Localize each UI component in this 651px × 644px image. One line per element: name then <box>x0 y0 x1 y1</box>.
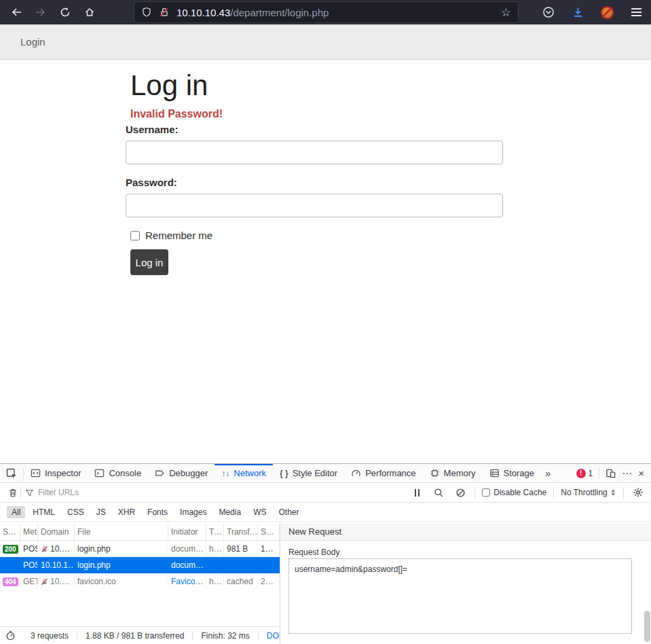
tracking-shield-icon[interactable] <box>141 7 152 18</box>
filter-xhr[interactable]: XHR <box>113 506 140 518</box>
file-cell: favicon.ico <box>75 573 168 590</box>
filter-urls-input[interactable] <box>38 488 409 497</box>
menu-button[interactable] <box>628 4 644 20</box>
url-path: /department/login.php <box>230 7 329 18</box>
funnel-icon <box>25 488 34 497</box>
domain-cell: 10.10.1… <box>38 557 75 573</box>
browser-toolbar: 10.10.10.43/department/login.php ☆ <box>0 0 651 24</box>
bookmark-star-icon[interactable]: ☆ <box>501 5 511 20</box>
more-tabs-button[interactable]: » <box>541 464 555 482</box>
insecure-lock-icon[interactable] <box>159 7 170 18</box>
tab-network[interactable]: ↑↓ Network <box>215 464 273 482</box>
downloads-button[interactable] <box>570 4 586 20</box>
network-toolbar: Disable Cache No Throttling ⇕ <box>0 483 651 503</box>
request-table-header: S… Met Domain File Initiator T… Transf… … <box>0 523 280 541</box>
filter-ws[interactable]: WS <box>248 506 271 518</box>
tab-label: Inspector <box>45 468 81 478</box>
col-size[interactable]: S… <box>258 523 280 540</box>
col-method[interactable]: Met <box>20 523 38 540</box>
col-domain[interactable]: Domain <box>38 523 75 540</box>
domcontentloaded-time[interactable]: DOMContentLoaded <box>258 631 280 641</box>
tab-debugger[interactable]: Debugger <box>148 464 215 482</box>
console-error-badge[interactable]: ! 1 <box>576 469 593 478</box>
console-icon <box>94 468 105 478</box>
memory-icon <box>430 468 440 478</box>
pocket-button[interactable] <box>540 4 557 20</box>
tab-style-editor[interactable]: { } Style Editor <box>273 464 344 482</box>
username-field[interactable] <box>126 141 503 164</box>
pause-traffic-button[interactable] <box>409 489 424 497</box>
file-cell: login.php <box>75 557 168 573</box>
col-file[interactable]: File <box>75 523 168 540</box>
remember-me-checkbox[interactable] <box>130 231 140 240</box>
block-requests-button[interactable] <box>453 488 468 498</box>
tab-memory[interactable]: Memory <box>423 464 483 482</box>
status-cell <box>0 557 20 573</box>
network-status-bar: 3 requests 1.88 KB / 981 B transferred F… <box>0 626 280 644</box>
url-host: 10.10.10.43 <box>176 7 230 18</box>
disable-cache-checkbox[interactable] <box>482 488 490 497</box>
devtools-tabstrip: Inspector Console Debugger ↑↓ Network { … <box>0 464 651 483</box>
new-request-header: New Request <box>280 523 651 541</box>
throttling-dropdown[interactable]: No Throttling ⇕ <box>561 488 616 497</box>
search-button[interactable] <box>431 488 446 498</box>
col-status[interactable]: S… <box>0 523 20 540</box>
size-cell: 1… <box>258 541 280 557</box>
pick-element-button[interactable] <box>0 464 23 482</box>
url-bar[interactable]: 10.10.10.43/department/login.php ☆ <box>134 2 518 22</box>
forward-icon <box>35 7 46 18</box>
filter-fonts[interactable]: Fonts <box>143 506 172 518</box>
reload-button[interactable] <box>56 3 75 22</box>
filter-images[interactable]: Images <box>175 506 211 518</box>
proxy-extension-icon <box>601 7 613 18</box>
filter-all[interactable]: All <box>7 506 25 518</box>
method-cell: GET <box>20 573 38 590</box>
tab-inspector[interactable]: Inspector <box>24 464 88 482</box>
error-count: 1 <box>589 469 593 478</box>
divider <box>599 467 599 479</box>
col-transferred[interactable]: Transf… <box>224 523 258 540</box>
filter-media[interactable]: Media <box>214 506 246 518</box>
vertical-scrollbar-thumb[interactable] <box>644 611 650 642</box>
request-row-selected[interactable]: POS 10.10.1… login.php docum… <box>0 557 280 573</box>
forward-button[interactable] <box>31 3 50 22</box>
login-button[interactable]: Log in <box>130 249 168 275</box>
tab-login[interactable]: Login <box>20 36 45 48</box>
request-row[interactable]: 404 GET 10.… favicon.ico Favico… h… cach… <box>0 573 280 590</box>
nav-button-group <box>0 3 99 22</box>
home-icon <box>84 7 95 18</box>
col-initiator[interactable]: Initiator <box>168 523 206 540</box>
request-table: S… Met Domain File Initiator T… Transf… … <box>0 523 280 644</box>
home-button[interactable] <box>80 3 99 22</box>
filter-js[interactable]: JS <box>92 506 111 518</box>
col-type[interactable]: T… <box>206 523 224 540</box>
method-cell: POS <box>20 541 38 557</box>
clear-requests-button[interactable] <box>5 488 20 498</box>
transferred-summary: 1.88 KB / 981 B transferred <box>77 631 192 641</box>
username-label: Username: <box>126 124 179 135</box>
filter-other[interactable]: Other <box>274 506 303 518</box>
error-icon: ! <box>576 469 586 478</box>
network-settings-button[interactable] <box>631 487 646 498</box>
tab-label: Memory <box>444 468 476 478</box>
tab-performance[interactable]: Performance <box>344 464 422 482</box>
request-body-textarea[interactable]: username=admin&password[]= <box>289 558 632 634</box>
network-icon: ↑↓ <box>221 469 229 478</box>
filter-html[interactable]: HTML <box>28 506 60 518</box>
filter-urls-wrap <box>25 488 409 497</box>
devtools-meatball-menu[interactable]: ⋯ <box>622 467 632 480</box>
tab-console[interactable]: Console <box>88 464 148 482</box>
initiator-cell[interactable]: Favico… <box>168 573 206 590</box>
network-main: S… Met Domain File Initiator T… Transf… … <box>0 523 651 644</box>
devtools-close-button[interactable]: × <box>638 467 644 479</box>
filter-css[interactable]: CSS <box>62 506 89 518</box>
password-field[interactable] <box>126 194 503 217</box>
back-button[interactable] <box>7 3 26 22</box>
size-cell: 2… <box>258 573 280 590</box>
request-row[interactable]: 200 POS 10.… login.php docum… h… 981 B 1… <box>0 541 280 557</box>
responsive-mode-button[interactable] <box>606 468 616 478</box>
requests-count: 3 requests <box>22 631 77 641</box>
tab-storage[interactable]: Storage <box>483 464 542 482</box>
proxy-extension-button[interactable] <box>599 4 615 20</box>
download-icon <box>572 7 584 18</box>
